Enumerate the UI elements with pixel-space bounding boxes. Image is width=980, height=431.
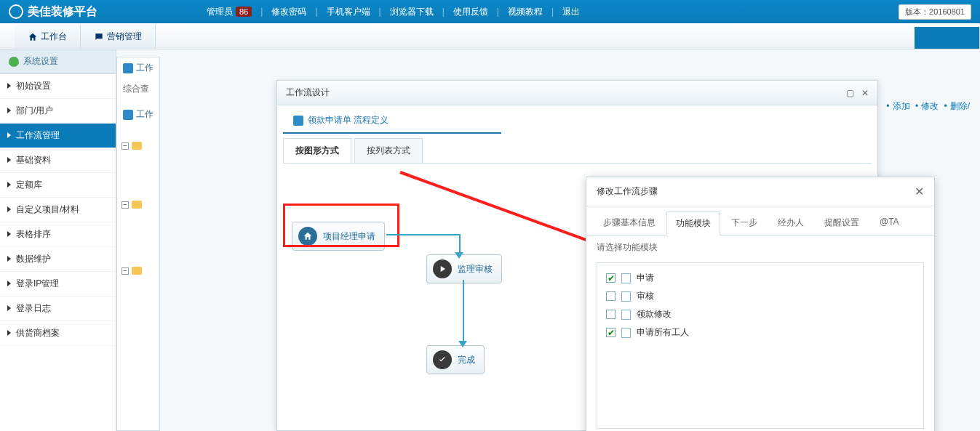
step-tabs: 步骤基本信息 功能模块 下一步 经办人 提醒设置 @TA <box>586 206 934 235</box>
version-label: 版本：20160801 <box>899 4 971 20</box>
check-icon <box>433 350 452 369</box>
modal1-title: 工作流设计 <box>286 86 330 99</box>
tree-group-3[interactable]: − <box>121 267 156 275</box>
tab-remind[interactable]: 提醒设置 <box>815 211 869 235</box>
action-del[interactable]: 删除/ <box>950 101 970 111</box>
sidebar-item-4[interactable]: 定额库 <box>0 173 116 198</box>
nav-bar: 工作台 营销管理 <box>0 23 980 49</box>
sidebar-item-6[interactable]: 表格排序 <box>0 222 116 247</box>
subpanel-h2: 综合查 <box>117 78 159 100</box>
nav-active-indicator <box>915 27 980 49</box>
tab-next[interactable]: 下一步 <box>722 211 767 235</box>
breadcrumb: 领款申请单 流程定义 <box>283 108 501 134</box>
tab-handler[interactable]: 经办人 <box>768 211 813 235</box>
sidebar-item-10[interactable]: 供货商档案 <box>0 321 116 346</box>
content-area: 工作 综合查 工作 − − − •添加 •修改 •删除/ 工作流设计 ▢ ✕ <box>116 49 980 431</box>
module-opt-0[interactable]: ✔申请 <box>606 269 915 287</box>
close-icon[interactable]: ✕ <box>861 88 869 98</box>
flow-edge <box>463 280 464 344</box>
tab-list[interactable]: 按列表方式 <box>354 138 423 163</box>
flow-arrow-icon <box>458 341 467 352</box>
folder-icon <box>132 267 142 275</box>
toplink-password[interactable]: 修改密码 <box>271 6 306 18</box>
sidebar-head[interactable]: 系统设置 <box>0 49 116 74</box>
chat-icon <box>94 32 104 42</box>
list-icon <box>621 291 631 302</box>
list-icon <box>621 328 631 338</box>
module-opt-3[interactable]: ✔申请所有工人 <box>606 323 915 342</box>
tree-group-2[interactable]: − <box>121 201 156 209</box>
toplink-exit[interactable]: 退出 <box>562 6 580 18</box>
sidebar-item-1[interactable]: 部门/用户 <box>0 99 116 124</box>
flow-node-review[interactable]: 监理审核 <box>426 254 502 283</box>
module-opt-2[interactable]: 领款修改 <box>606 305 915 323</box>
logo-icon <box>9 4 23 19</box>
flow-node-done[interactable]: 完成 <box>426 345 485 374</box>
admin-link[interactable]: 管理员86 <box>207 6 252 18</box>
checkbox-icon[interactable] <box>606 310 616 319</box>
module-opt-1[interactable]: 审核 <box>606 287 915 305</box>
flow-edge <box>386 234 459 235</box>
checkbox-icon[interactable]: ✔ <box>606 328 616 337</box>
modal2-title: 修改工作流步骤 <box>597 185 658 198</box>
sub-panel: 工作 综合查 工作 − − − <box>116 57 160 431</box>
flow-arrow-icon <box>455 252 463 263</box>
sidebar: 系统设置 初始设置 部门/用户 工作流管理 基础资料 定额库 自定义项目/材料 … <box>0 49 116 431</box>
module-prompt: 请选择功能模块 <box>586 235 934 259</box>
action-edit[interactable]: 修改 <box>921 101 939 111</box>
folder-icon <box>132 142 142 150</box>
admin-badge: 86 <box>236 7 252 17</box>
home-icon <box>28 32 38 42</box>
highlight-box-source <box>283 204 399 247</box>
module-options: ✔申请 审核 领款修改 ✔申请所有工人 <box>597 262 924 429</box>
toplink-video[interactable]: 视频教程 <box>508 6 543 18</box>
collapse-icon: − <box>121 267 129 275</box>
sidebar-item-0[interactable]: 初始设置 <box>0 74 116 99</box>
sidebar-item-8[interactable]: 登录IP管理 <box>0 272 116 297</box>
sidebar-item-2[interactable]: 工作流管理 <box>0 124 116 148</box>
gear-icon <box>9 57 19 67</box>
tab-basic[interactable]: 步骤基本信息 <box>594 211 665 235</box>
edit-step-modal: 修改工作流步骤 ✕ 步骤基本信息 功能模块 下一步 经办人 提醒设置 @TA 请… <box>586 177 935 431</box>
folder-icon <box>132 201 142 209</box>
toplink-browser[interactable]: 浏览器下载 <box>390 6 434 18</box>
brand-text: 美佳装修平台 <box>28 4 97 20</box>
sidebar-item-3[interactable]: 基础资料 <box>0 148 116 173</box>
modal2-header: 修改工作流步骤 ✕ <box>586 177 934 206</box>
checkbox-icon[interactable] <box>606 291 616 301</box>
nav-workspace[interactable]: 工作台 <box>15 25 81 49</box>
collapse-icon: − <box>121 201 129 209</box>
tree-column: − − − <box>117 102 161 281</box>
subpanel-h1: 工作 <box>117 57 159 78</box>
tab-graph[interactable]: 按图形方式 <box>283 138 351 163</box>
top-bar: 美佳装修平台 管理员86 | 修改密码| 手机客户端| 浏览器下载| 使用反馈|… <box>0 0 980 23</box>
collapse-icon: − <box>121 142 129 150</box>
tab-atta[interactable]: @TA <box>870 211 909 235</box>
list-icon <box>621 273 631 283</box>
sidebar-item-7[interactable]: 数据维护 <box>0 247 116 272</box>
doc-icon <box>123 63 133 73</box>
top-links: 管理员86 | 修改密码| 手机客户端| 浏览器下载| 使用反馈| 视频教程| … <box>207 6 580 18</box>
flow-edge <box>459 234 461 254</box>
list-icon <box>621 310 631 320</box>
action-add[interactable]: 添加 <box>893 101 910 111</box>
action-links: •添加 •修改 •删除/ <box>886 100 973 113</box>
checkbox-icon[interactable]: ✔ <box>606 273 616 283</box>
toplink-feedback[interactable]: 使用反馈 <box>453 6 488 18</box>
design-tabs: 按图形方式 按列表方式 <box>283 138 872 164</box>
minimize-icon[interactable]: ▢ <box>846 88 854 98</box>
tab-module[interactable]: 功能模块 <box>666 212 720 235</box>
brand-logo: 美佳装修平台 <box>9 4 97 20</box>
modal1-header: 工作流设计 ▢ ✕ <box>277 81 877 105</box>
close-icon[interactable]: ✕ <box>915 185 924 198</box>
tree-group-1[interactable]: − <box>121 142 156 150</box>
nav-marketing[interactable]: 营销管理 <box>81 25 156 49</box>
sidebar-item-5[interactable]: 自定义项目/材料 <box>0 198 116 222</box>
toplink-mobile[interactable]: 手机客户端 <box>327 6 370 18</box>
sidebar-item-9[interactable]: 登录日志 <box>0 297 116 321</box>
play-icon <box>433 259 452 278</box>
doc-icon <box>293 116 303 126</box>
